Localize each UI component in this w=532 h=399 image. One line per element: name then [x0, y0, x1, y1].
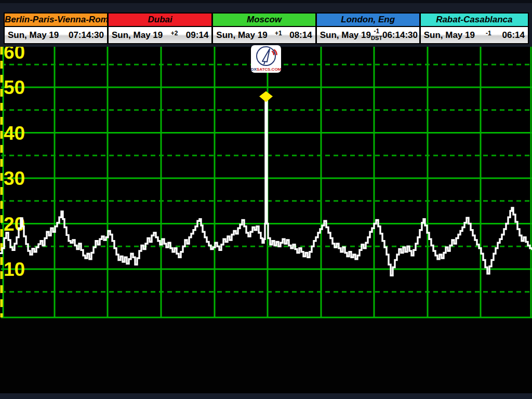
utc-offset: +1 [275, 32, 282, 38]
time-value: 09:14 [186, 30, 208, 41]
y-tick-label: 40 [4, 123, 25, 144]
utc-offset: -1 [486, 32, 491, 38]
date-label: Sun, May 19 [216, 30, 267, 41]
peak-marker-diamond [259, 91, 273, 102]
city-time-row-dubai: Sun, May 19 +2 09:14 [109, 27, 211, 43]
spectrum-trace [0, 98, 532, 275]
svg-text:DXSATCS.COM: DXSATCS.COM [251, 67, 281, 72]
clock-column-berlin: Berlin-Paris-Vienna-Roma Sun, May 19 07:… [5, 14, 109, 43]
world-clock-bar: Berlin-Paris-Vienna-Roma Sun, May 19 07:… [0, 0, 532, 47]
time-value: 08:14 [289, 30, 312, 41]
city-name-moscow: Moscow [213, 14, 315, 27]
clock-column-dubai: Dubai Sun, May 19 +2 09:14 [109, 14, 213, 43]
spectrum-plot: 605040302010 [0, 47, 532, 318]
satmeter-screen: { "world_clock": { "cities": [ {"name":"… [0, 0, 532, 399]
city-name-dubai: Dubai [109, 14, 211, 27]
date-label: Sun, May 19 [8, 30, 59, 41]
y-tick-label: 50 [4, 77, 25, 98]
city-name-london: London, Eng [317, 14, 419, 27]
clock-column-rabat: Rabat-Casablanca Sun, May 19 -1 06:14 [421, 14, 528, 43]
date-label: Sun, May 19 [424, 30, 475, 41]
y-tick-label: 60 [4, 47, 25, 63]
city-time-row-rabat: Sun, May 19 -1 06:14 [421, 27, 528, 43]
y-tick-label: 30 [4, 168, 25, 189]
spectrum-chart: 605040302010 [0, 47, 532, 318]
date-label: Sun, May 19 [112, 30, 163, 41]
city-name-rabat: Rabat-Casablanca [421, 14, 528, 27]
y-tick-label: 10 [4, 259, 25, 280]
satellite-dish-icon: DXSATCS.COM [251, 45, 281, 73]
city-time-row-berlin: Sun, May 19 07:14:30 [5, 27, 107, 43]
bottom-status-panel: SP 100KHz600 HzW 12501.010 MHz. Pwr 48.5… [0, 318, 532, 393]
utc-offset: +2 [171, 32, 178, 38]
city-time-row-moscow: Sun, May 19 +1 08:14 [213, 27, 315, 43]
date-label: Sun, May 19 [320, 30, 371, 41]
world-clock-table: Berlin-Paris-Vienna-Roma Sun, May 19 07:… [4, 12, 529, 44]
time-value: 06:14:30 [382, 30, 418, 41]
time-value: 06:14 [502, 30, 525, 41]
dxsatcs-logo: DXSATCS.COM [251, 45, 281, 73]
city-time-row-london: Sun, May 19 -1 DST 06:14:30 [317, 27, 419, 43]
city-name-berlin: Berlin-Paris-Vienna-Roma [5, 14, 107, 27]
clock-column-moscow: Moscow Sun, May 19 +1 08:14 [213, 14, 316, 43]
bottom-bezel-strip [0, 393, 532, 399]
utc-offset-dst: -1 DST [371, 30, 382, 41]
time-value: 07:14:30 [69, 30, 104, 41]
clock-column-london: London, Eng Sun, May 19 -1 DST 06:14:30 [317, 14, 421, 43]
